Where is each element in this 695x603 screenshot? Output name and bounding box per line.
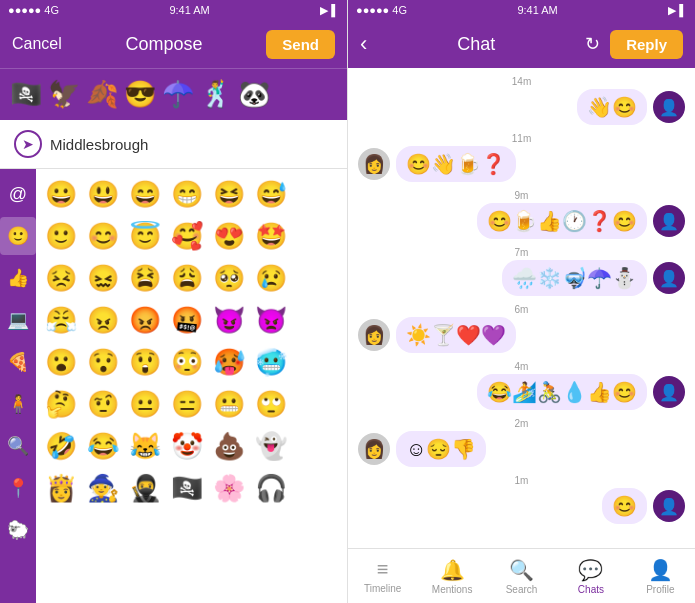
signal-left: ●●●●● 4G — [8, 4, 59, 16]
emoji-cell[interactable]: 😊 — [82, 215, 124, 257]
emoji-cell[interactable]: 😲 — [124, 341, 166, 383]
timeline-label: Timeline — [364, 583, 401, 594]
emoji-cell[interactable]: 😃 — [82, 173, 124, 215]
emoji-cell[interactable]: 🙂 — [40, 215, 82, 257]
avatar-left-6m: 👩 — [358, 319, 390, 351]
battery-right: ▶ ▌ — [668, 4, 687, 17]
emoji-cell[interactable]: 😠 — [82, 299, 124, 341]
pizza-sidebar-icon[interactable]: 🍕 — [0, 343, 36, 381]
emoji-cell[interactable]: 😈 — [208, 299, 250, 341]
nav-profile[interactable]: 👤 Profile — [626, 549, 695, 603]
refresh-icon[interactable]: ↻ — [585, 33, 600, 55]
cancel-button[interactable]: Cancel — [12, 35, 62, 53]
preview-emoji-2[interactable]: 🦅 — [48, 79, 80, 110]
thumbs-sidebar-icon[interactable]: 👍 — [0, 259, 36, 297]
emoji-cell[interactable]: 😍 — [208, 215, 250, 257]
emoji-cell[interactable]: 👻 — [250, 425, 292, 467]
msg-content-4m: 👤 😂🏄🚴💧👍😊 — [477, 374, 685, 410]
avatar-right-7m: 👤 — [653, 262, 685, 294]
emoji-cell[interactable]: 😅 — [250, 173, 292, 215]
mentions-label: Mentions — [432, 584, 473, 595]
emoji-cell[interactable]: 😩 — [166, 257, 208, 299]
location-sidebar-icon[interactable]: 📍 — [0, 469, 36, 507]
send-button[interactable]: Send — [266, 30, 335, 59]
emoji-cell[interactable]: 😬 — [208, 383, 250, 425]
laptop-sidebar-icon[interactable]: 💻 — [0, 301, 36, 339]
nav-mentions[interactable]: 🔔 Mentions — [417, 549, 486, 603]
emoji-cell[interactable]: 🧙 — [82, 467, 124, 509]
emoji-cell[interactable]: 😁 — [166, 173, 208, 215]
emoji-cell[interactable]: 🙄 — [250, 383, 292, 425]
emoji-cell[interactable]: 😳 — [166, 341, 208, 383]
preview-emoji-6[interactable]: 🕺 — [200, 79, 232, 110]
emoji-cell[interactable]: 😣 — [40, 257, 82, 299]
person-sidebar-icon[interactable]: 🧍 — [0, 385, 36, 423]
emoji-cell[interactable]: 😇 — [124, 215, 166, 257]
emoji-grid: 😀 😃 😄 😁 😆 😅 🙂 😊 😇 🥰 😍 🤩 😣 😖 😫 😩 — [36, 169, 347, 603]
emoji-cell[interactable]: 😢 — [250, 257, 292, 299]
emoji-cell[interactable]: 🤣 — [40, 425, 82, 467]
emoji-cell[interactable]: 🎧 — [250, 467, 292, 509]
search-nav-icon: 🔍 — [509, 558, 534, 582]
emoji-cell[interactable]: 🤨 — [82, 383, 124, 425]
msg-content-1m: 👤 😊 — [602, 488, 685, 524]
profile-label: Profile — [646, 584, 674, 595]
emoji-cell[interactable]: 😐 — [124, 383, 166, 425]
emoji-cell[interactable]: 😮 — [40, 341, 82, 383]
search-sidebar-icon[interactable]: 🔍 — [0, 427, 36, 465]
search-label: Search — [506, 584, 538, 595]
avatar-left-11m: 👩 — [358, 148, 390, 180]
emoji-sidebar-icon[interactable]: 🙂 — [0, 217, 36, 255]
nav-timeline[interactable]: ≡ Timeline — [348, 549, 417, 603]
preview-emoji-7[interactable]: 🐼 — [238, 79, 270, 110]
msg-time-2m: 2m — [358, 418, 685, 429]
reply-button[interactable]: Reply — [610, 30, 683, 59]
sheep-sidebar-icon[interactable]: 🐑 — [0, 511, 36, 549]
msg-content-9m: 👤 😊🍺👍🕐❓😊 — [477, 203, 685, 239]
message-9m: 9m 👤 😊🍺👍🕐❓😊 — [358, 190, 685, 239]
bubble-14m: 👋😊 — [577, 89, 647, 125]
emoji-cell[interactable]: 🏴‍☠️ — [166, 467, 208, 509]
profile-icon: 👤 — [648, 558, 673, 582]
emoji-row-2: 🙂 😊 😇 🥰 😍 🤩 — [40, 215, 343, 257]
emoji-cell[interactable]: 🥶 — [250, 341, 292, 383]
emoji-cell[interactable]: 😯 — [82, 341, 124, 383]
emoji-cell[interactable]: 😫 — [124, 257, 166, 299]
emoji-cell[interactable]: 😹 — [124, 425, 166, 467]
nav-chats[interactable]: 💬 Chats — [556, 549, 625, 603]
bubble-1m: 😊 — [602, 488, 647, 524]
emoji-cell[interactable]: 🤔 — [40, 383, 82, 425]
mention-sidebar-icon[interactable]: @ — [0, 175, 36, 213]
bubble-6m: ☀️🍸❤️💜 — [396, 317, 516, 353]
emoji-cell[interactable]: 🤩 — [250, 215, 292, 257]
emoji-cell[interactable]: 👸 — [40, 467, 82, 509]
emoji-cell[interactable]: 🥰 — [166, 215, 208, 257]
nav-search[interactable]: 🔍 Search — [487, 549, 556, 603]
emoji-cell[interactable]: 😡 — [124, 299, 166, 341]
msg-time-7m: 7m — [358, 247, 685, 258]
emoji-cell[interactable]: 😄 — [124, 173, 166, 215]
bubble-7m: 🌧️❄️🤿☂️⛄ — [502, 260, 647, 296]
back-button[interactable]: ‹ — [360, 31, 367, 57]
emoji-cell[interactable]: 🌸 — [208, 467, 250, 509]
emoji-cell[interactable]: 😂 — [82, 425, 124, 467]
emoji-cell[interactable]: 🥺 — [208, 257, 250, 299]
emoji-cell[interactable]: 💩 — [208, 425, 250, 467]
emoji-cell[interactable]: 😖 — [82, 257, 124, 299]
emoji-cell[interactable]: 😆 — [208, 173, 250, 215]
emoji-cell[interactable]: 😤 — [40, 299, 82, 341]
location-bar[interactable]: ➤ Middlesbrough — [0, 120, 347, 169]
chats-icon: 💬 — [578, 558, 603, 582]
emoji-cell[interactable]: 😀 — [40, 173, 82, 215]
emoji-cell[interactable]: 🥷 — [124, 467, 166, 509]
msg-time-4m: 4m — [358, 361, 685, 372]
preview-emoji-1[interactable]: 🏴‍☠️ — [10, 79, 42, 110]
emoji-cell[interactable]: 🥵 — [208, 341, 250, 383]
preview-emoji-3[interactable]: 🍂 — [86, 79, 118, 110]
emoji-cell[interactable]: 😑 — [166, 383, 208, 425]
emoji-cell[interactable]: 👿 — [250, 299, 292, 341]
emoji-cell[interactable]: 🤡 — [166, 425, 208, 467]
preview-emoji-4[interactable]: 😎 — [124, 79, 156, 110]
preview-emoji-5[interactable]: ☂️ — [162, 79, 194, 110]
emoji-cell[interactable]: 🤬 — [166, 299, 208, 341]
